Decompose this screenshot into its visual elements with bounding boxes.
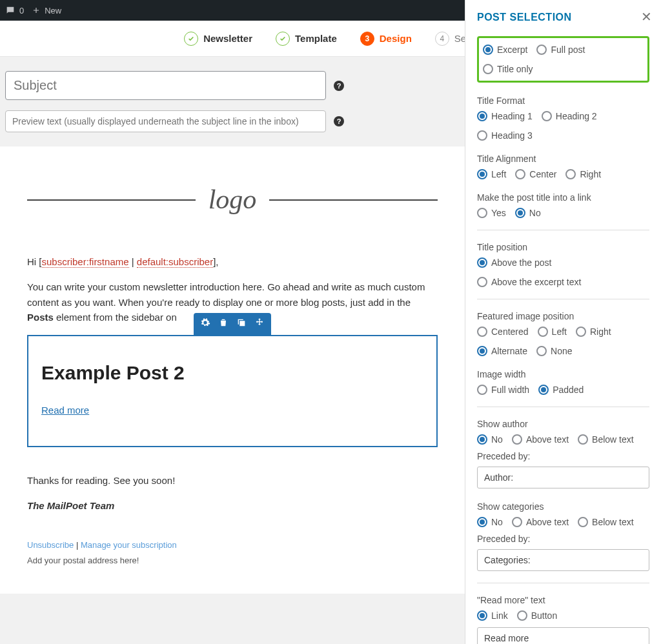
author-preceded-input[interactable]	[477, 467, 649, 488]
gear-icon[interactable]	[200, 317, 210, 332]
post-block[interactable]: Example Post 2 Read more	[27, 335, 438, 447]
radio-label: Padded	[553, 385, 584, 395]
title-format-radios: Heading 1Heading 2Heading 3	[477, 111, 649, 141]
radio-no[interactable]: No	[477, 517, 503, 527]
post-selection-panel: ✕ POST SELECTION ExcerptFull postTitle o…	[465, 0, 661, 644]
radio-dot-icon	[536, 45, 547, 55]
radio-below-text[interactable]: Below text	[578, 434, 634, 445]
radio-no[interactable]: No	[477, 434, 503, 445]
radio-label: Below text	[592, 434, 634, 445]
show-author-radios: NoAbove textBelow text	[477, 434, 649, 445]
radio-below-text[interactable]: Below text	[578, 517, 634, 527]
radio-padded[interactable]: Padded	[538, 385, 584, 395]
radio-center[interactable]: Center	[515, 169, 556, 179]
preview-help-icon[interactable]: ?	[334, 116, 344, 126]
radio-above-text[interactable]: Above text	[512, 517, 569, 527]
featured-image-radios: CenteredLeftRightAlternateNone	[477, 327, 649, 356]
preview-text-input[interactable]	[5, 110, 326, 132]
radio-dot-icon	[512, 517, 522, 527]
trash-icon[interactable]	[218, 317, 229, 332]
radio-dot-icon	[477, 277, 487, 287]
radio-left[interactable]: Left	[538, 327, 567, 337]
radio-yes[interactable]: Yes	[477, 208, 506, 218]
categories-preceded-input[interactable]	[477, 549, 649, 571]
subject-bar: ? ?	[0, 57, 465, 146]
radio-above-the-post[interactable]: Above the post	[477, 257, 551, 268]
move-icon[interactable]	[254, 317, 265, 332]
radio-heading-3[interactable]: Heading 3	[477, 130, 533, 141]
title-position-label: Title position	[477, 242, 649, 252]
title-link-label: Make the post title into a link	[477, 192, 649, 203]
comments-button[interactable]: 0	[5, 5, 24, 15]
radio-full-width[interactable]: Full width	[477, 385, 529, 395]
radio-right[interactable]: Right	[565, 169, 601, 179]
radio-button[interactable]: Button	[517, 610, 557, 621]
radio-label: Button	[531, 610, 557, 621]
radio-dot-icon	[477, 208, 487, 218]
content-type-radios: ExcerptFull postTitle only	[483, 45, 644, 74]
tag-separator: |	[129, 256, 137, 267]
step-label: Template	[295, 33, 337, 44]
radio-above-the-excerpt-text[interactable]: Above the excerpt text	[477, 277, 581, 287]
radio-label: Right	[580, 169, 601, 179]
radio-centered[interactable]: Centered	[477, 327, 529, 337]
radio-dot-icon	[477, 257, 487, 268]
radio-label: Full width	[491, 385, 529, 395]
signature-text[interactable]: The MailPoet Team	[27, 498, 438, 513]
step-number: 4	[435, 32, 449, 46]
featured-image-label: Featured image position	[477, 311, 649, 321]
radio-above-text[interactable]: Above text	[512, 434, 569, 445]
radio-label: Centered	[491, 327, 529, 337]
step-design[interactable]: 3Design	[360, 32, 412, 46]
radio-link[interactable]: Link	[477, 610, 508, 621]
subject-input[interactable]	[5, 71, 326, 100]
duplicate-icon[interactable]	[236, 317, 247, 332]
radio-label: Heading 3	[491, 130, 533, 141]
thanks-text[interactable]: Thanks for reading. See you soon!	[27, 473, 438, 488]
radio-label: No	[491, 517, 503, 527]
greeting-text[interactable]: Hi [subscriber:firstname | default:subsc…	[27, 254, 438, 269]
step-template[interactable]: Template	[276, 32, 337, 46]
radio-none[interactable]: None	[536, 346, 572, 356]
manage-subscription-link[interactable]: Manage your subscription	[81, 540, 177, 550]
step-newsletter[interactable]: Newsletter	[184, 32, 252, 46]
postal-address-text[interactable]: Add your postal address here!	[27, 554, 438, 567]
radio-dot-icon	[477, 130, 487, 141]
author-preceded-label: Preceded by:	[477, 451, 649, 461]
radio-dot-icon	[477, 169, 487, 179]
radio-label: No	[491, 434, 503, 445]
new-button[interactable]: New	[32, 6, 61, 15]
readmore-input[interactable]	[477, 627, 649, 644]
radio-excerpt[interactable]: Excerpt	[483, 45, 527, 55]
radio-label: None	[551, 346, 572, 356]
comments-icon	[5, 5, 15, 15]
panel-title: POST SELECTION	[477, 12, 649, 23]
radio-title-only[interactable]: Title only	[483, 64, 533, 74]
title-alignment-label: Title Alignment	[477, 154, 649, 164]
close-icon[interactable]: ✕	[641, 9, 652, 25]
radio-dot-icon	[578, 517, 588, 527]
radio-heading-2[interactable]: Heading 2	[542, 111, 597, 121]
read-more-link[interactable]: Read more	[41, 405, 89, 416]
radio-heading-1[interactable]: Heading 1	[477, 111, 533, 121]
readmore-radios: LinkButton	[477, 610, 649, 621]
step-number	[276, 32, 290, 46]
radio-label: Above the post	[491, 257, 551, 268]
radio-no[interactable]: No	[515, 208, 541, 218]
radio-label: Center	[529, 169, 556, 179]
step-number	[184, 32, 198, 46]
radio-dot-icon	[477, 346, 487, 356]
subject-help-icon[interactable]: ?	[334, 81, 344, 91]
radio-dot-icon	[565, 169, 576, 179]
radio-label: No	[529, 208, 541, 218]
radio-right[interactable]: Right	[576, 327, 611, 337]
radio-alternate[interactable]: Alternate	[477, 346, 527, 356]
radio-label: Above text	[526, 517, 569, 527]
title-alignment-radios: LeftCenterRight	[477, 169, 649, 179]
radio-dot-icon	[477, 517, 487, 527]
radio-left[interactable]: Left	[477, 169, 506, 179]
post-title: Example Post 2	[41, 358, 423, 388]
radio-label: Full post	[551, 45, 585, 55]
unsubscribe-link[interactable]: Unsubscribe	[27, 540, 74, 550]
radio-full-post[interactable]: Full post	[536, 45, 585, 55]
